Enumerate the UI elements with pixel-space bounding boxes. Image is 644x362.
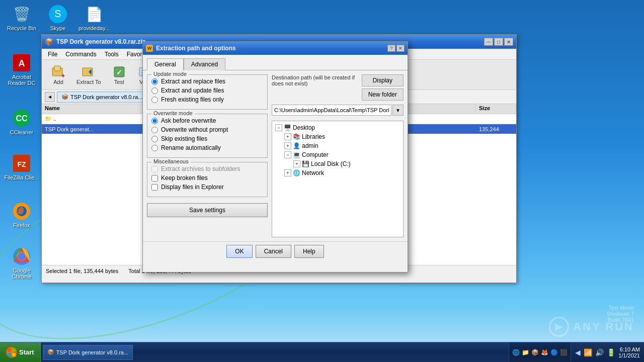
desktop-icon-ccleaner[interactable]: CC CCleaner	[4, 108, 39, 135]
toolbar-test-button[interactable]: ✓ Test	[107, 62, 132, 87]
folder-tree: − 🖥️ Desktop + 📚 Libraries +	[272, 121, 404, 237]
desktop-icon-recycle-bin[interactable]: 🗑️ Recycle Bin	[4, 4, 39, 31]
file-size-tsp: 135,244	[476, 125, 516, 133]
network-icon: 🌐	[293, 169, 300, 176]
radio-fresh-only-input[interactable]	[151, 97, 158, 103]
tray-time-display: 6:10 AM	[618, 346, 640, 352]
svg-text:✓: ✓	[116, 68, 122, 76]
ccleaner-label: CCleaner	[10, 129, 33, 135]
svg-rect-25	[12, 348, 16, 352]
winrar-close-button[interactable]: ✕	[504, 38, 513, 46]
radio-skip-existing-input[interactable]	[151, 136, 158, 142]
radio-fresh-only-label: Fresh existing files only	[161, 96, 224, 103]
dialog-close-button[interactable]: ✕	[396, 45, 405, 52]
toolbar-add-button[interactable]: + Add	[46, 62, 71, 87]
update-mode-title: Update mode	[151, 71, 189, 77]
taskbar-cmd-icon[interactable]: ⬛	[560, 349, 568, 356]
help-button[interactable]: Help	[294, 245, 324, 258]
computer-expand[interactable]: −	[284, 151, 291, 158]
dialog-help-button[interactable]: ?	[387, 45, 395, 52]
tray-network-icon[interactable]: 📶	[584, 348, 592, 356]
desktop-expand[interactable]: −	[275, 124, 282, 131]
tree-item-local-disk[interactable]: + 💾 Local Disk (C:)	[292, 159, 401, 168]
radio-overwrite-no-prompt-input[interactable]	[151, 127, 158, 133]
taskbar-ie-icon[interactable]: 🌐	[512, 349, 520, 356]
winrar-minimize-button[interactable]: ─	[484, 38, 493, 46]
cancel-button[interactable]: Cancel	[256, 245, 291, 258]
svg-text:CC: CC	[16, 114, 28, 123]
network-expand[interactable]: +	[284, 169, 291, 176]
start-button[interactable]: Start	[0, 342, 41, 362]
tree-item-computer[interactable]: − 💻 Computer	[283, 150, 401, 159]
toolbar-extract-button[interactable]: Extract To	[72, 62, 106, 87]
radio-ask-before[interactable]: Ask before overwrite	[151, 117, 263, 124]
desktop-icon-acrobat[interactable]: A Acrobat Reader DC	[4, 53, 39, 86]
destination-path-input[interactable]	[272, 105, 391, 116]
tree-item-libraries[interactable]: + 📚 Libraries	[283, 132, 401, 141]
checkbox-extract-subfolders[interactable]: Extract archives to subfolders	[151, 165, 263, 172]
taskbar-app-label: TSP Dork generator v8.0.ra...	[56, 349, 128, 355]
admin-icon: 👤	[293, 142, 300, 149]
overwrite-mode-group: Overwrite mode Ask before overwrite Over…	[147, 114, 268, 158]
dialog-left-panel: Update mode Extract and replace files Ex…	[147, 74, 268, 237]
radio-ask-before-input[interactable]	[151, 118, 158, 124]
checkbox-extract-subfolders-input[interactable]	[151, 166, 158, 172]
svg-rect-26	[8, 353, 11, 356]
winrar-title-icon: 📦	[45, 38, 53, 46]
radio-extract-update[interactable]: Extract and update files	[151, 87, 263, 94]
save-settings-button[interactable]: Save settings	[147, 203, 268, 217]
radio-skip-existing[interactable]: Skip existing files	[151, 135, 263, 142]
tab-advanced[interactable]: Advanced	[184, 58, 225, 70]
radio-extract-update-input[interactable]	[151, 87, 158, 94]
taskbar-app-winrar[interactable]: 📦 TSP Dork generator v8.0.ra...	[43, 345, 133, 360]
checkbox-keep-broken[interactable]: Keep broken files	[151, 174, 263, 182]
extract-icon	[82, 65, 96, 79]
desktop-icon-chrome[interactable]: Google Chrome	[4, 246, 39, 280]
libraries-expand[interactable]: +	[284, 133, 291, 140]
radio-extract-replace[interactable]: Extract and replace files	[151, 78, 263, 85]
taskbar-winrar-icon[interactable]: 📦	[531, 349, 539, 356]
desktop-icon-skype[interactable]: S Skype	[40, 4, 75, 31]
checkbox-display-explorer-input[interactable]	[151, 184, 158, 191]
dest-path-dropdown[interactable]: ▼	[392, 105, 404, 116]
tray-volume-icon[interactable]: 🔊	[595, 348, 604, 356]
admin-expand[interactable]: +	[284, 142, 291, 149]
radio-overwrite-no-prompt-label: Overwrite without prompt	[161, 126, 228, 133]
new-folder-button[interactable]: New folder	[362, 88, 404, 101]
checkbox-keep-broken-input[interactable]	[151, 175, 158, 182]
winrar-title-buttons: ─ □ ✕	[484, 38, 513, 46]
nav-back-button[interactable]: ◄	[45, 92, 55, 102]
radio-extract-replace-input[interactable]	[151, 78, 158, 85]
tree-item-desktop[interactable]: − 🖥️ Desktop	[274, 123, 401, 132]
computer-label: Computer	[302, 151, 329, 158]
desktop-icon-provider[interactable]: 📄 provideday...	[76, 4, 112, 31]
taskbar-explorer-icon[interactable]: 📁	[522, 349, 529, 356]
display-button[interactable]: Display	[362, 74, 404, 86]
menu-commands[interactable]: Commands	[61, 50, 100, 59]
radio-fresh-only[interactable]: Fresh existing files only	[151, 96, 263, 103]
tree-item-network[interactable]: + 🌐 Network	[283, 168, 401, 177]
tray-battery-icon[interactable]: 🔋	[607, 348, 615, 356]
ok-button[interactable]: OK	[226, 245, 252, 258]
taskbar-firefox-icon[interactable]: 🦊	[541, 349, 548, 356]
anyrun-play-icon: ▶	[549, 317, 569, 337]
desktop-icon-firefox[interactable]: Firefox	[4, 201, 39, 228]
menu-tools[interactable]: Tools	[101, 50, 123, 59]
radio-rename-auto-input[interactable]	[151, 145, 158, 151]
desktop-icon-filezilla[interactable]: FZ FileZilla Clie...	[4, 153, 39, 180]
acrobat-icon: A	[12, 53, 32, 73]
radio-rename-auto[interactable]: Rename automatically	[151, 144, 263, 151]
taskbar-tray: ◀ 📶 🔊 🔋 6:10 AM 1/1/2021	[571, 342, 644, 362]
tray-arrow-icon[interactable]: ◀	[575, 348, 581, 356]
recycle-bin-icon: 🗑️	[12, 4, 32, 24]
local-disk-expand[interactable]: +	[293, 160, 300, 167]
radio-overwrite-no-prompt[interactable]: Overwrite without prompt	[151, 126, 263, 133]
chrome-label: Google Chrome	[4, 267, 39, 280]
menu-file[interactable]: File	[44, 50, 61, 59]
tree-item-admin[interactable]: + 👤 admin	[283, 141, 401, 150]
winrar-restore-button[interactable]: □	[494, 38, 503, 46]
tab-general[interactable]: General	[147, 58, 184, 70]
taskbar-ie2-icon[interactable]: 🔵	[550, 349, 558, 356]
add-button-label: Add	[53, 79, 63, 85]
checkbox-display-explorer[interactable]: Display files in Explorer	[151, 184, 263, 191]
